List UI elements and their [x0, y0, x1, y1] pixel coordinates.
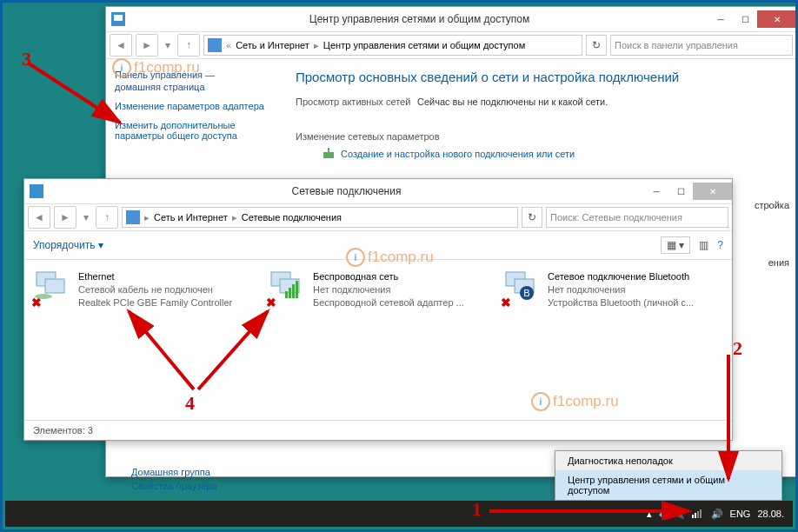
svg-rect-1 [114, 15, 123, 21]
connection-ethernet[interactable]: ✖ Ethernet Сетевой кабель не подключен R… [33, 270, 250, 309]
menu-item-troubleshoot[interactable]: Диагностика неполадок [555, 451, 781, 470]
section-header: Изменение сетевых параметров [296, 131, 781, 142]
app-icon [30, 184, 43, 198]
status-text: Сейчас вы не подключены ни к какой сети. [417, 96, 781, 107]
link-new-connection[interactable]: Создание и настройка нового подключения … [322, 147, 781, 161]
svg-rect-5 [30, 184, 43, 198]
svg-rect-15 [296, 281, 298, 298]
svg-text:B: B [523, 288, 529, 298]
clipped-text: ения [768, 257, 789, 268]
breadcrumb[interactable]: ▸ Сеть и Интернет▸ Сетевые подключения [122, 207, 518, 228]
svg-rect-22 [697, 511, 699, 518]
window-title: Сетевые подключения [49, 185, 644, 197]
menu-item-network-center[interactable]: Центр управления сетями и общим доступом [555, 470, 781, 500]
maximize-button[interactable]: ☐ [668, 183, 693, 200]
breadcrumb-item[interactable]: Сеть и Интернет [154, 212, 228, 223]
connection-name: Ethernet [78, 270, 232, 283]
forward-button[interactable]: ► [136, 34, 158, 57]
tray-network-icon[interactable] [692, 508, 704, 520]
up-button[interactable]: ↑ [177, 34, 200, 57]
error-x-icon: ✖ [31, 295, 42, 311]
titlebar: Центр управления сетями и общим доступом… [106, 7, 796, 32]
titlebar: Сетевые подключения ─ ☐ ✕ [24, 179, 732, 204]
system-tray: ▴ ◆ 🔌 🔊 ENG 28.08. [647, 508, 793, 520]
new-connection-icon [322, 147, 336, 161]
tray-volume-icon[interactable]: 🔊 [711, 509, 723, 520]
connection-status: Нет подключения [313, 283, 464, 296]
network-tray-flyout: Диагностика неполадок Центр управления с… [555, 450, 782, 501]
breadcrumb-item[interactable]: Центр управления сетями и общим доступом [323, 40, 525, 50]
status-bar: Элементов: 3 [24, 420, 732, 440]
connection-name: Сетевое подключение Bluetooth [548, 270, 694, 283]
window-network-connections: Сетевые подключения ─ ☐ ✕ ◄ ► ▾ ↑ ▸ Сеть… [23, 178, 733, 441]
connection-status: Сетевой кабель не подключен [78, 283, 232, 296]
refresh-button[interactable]: ↻ [586, 35, 607, 56]
breadcrumb-item[interactable]: Сеть и Интернет [236, 40, 309, 50]
history-dropdown[interactable]: ▾ [162, 35, 174, 56]
svg-rect-2 [208, 38, 222, 52]
back-button[interactable]: ◄ [28, 206, 50, 229]
tray-language[interactable]: ENG [730, 509, 751, 519]
taskbar: ▴ ◆ 🔌 🔊 ENG 28.08. [5, 501, 793, 527]
view-dropdown[interactable]: ▦ ▾ [661, 236, 690, 254]
link-browser-props[interactable]: Свойства браузера [131, 481, 217, 491]
svg-rect-21 [695, 513, 696, 518]
breadcrumb-item[interactable]: Сетевые подключения [242, 212, 342, 223]
connection-wifi[interactable]: ✖ Беспроводная сеть Нет подключения Бесп… [268, 270, 485, 309]
svg-rect-8 [45, 279, 64, 293]
history-dropdown[interactable]: ▾ [80, 207, 92, 228]
svg-rect-20 [692, 515, 694, 518]
tray-app-icon[interactable]: ◆ [659, 509, 666, 520]
back-button[interactable]: ◄ [110, 34, 132, 57]
window-title: Центр управления сетями и общим доступом [130, 13, 708, 25]
svg-rect-14 [292, 284, 295, 298]
maximize-button[interactable]: ☐ [733, 10, 757, 28]
svg-rect-23 [700, 509, 702, 518]
refresh-button[interactable]: ↻ [522, 207, 542, 228]
error-x-icon: ✖ [501, 295, 511, 311]
organize-menu[interactable]: Упорядочить ▾ [33, 239, 103, 251]
page-title: Просмотр основных сведений о сети и наст… [296, 70, 781, 84]
sidebar-header: Панель управления — [115, 70, 271, 80]
svg-rect-4 [328, 148, 329, 152]
address-bar: ◄ ► ▾ ↑ ▸ Сеть и Интернет▸ Сетевые подкл… [24, 204, 732, 231]
tray-power-icon[interactable]: 🔌 [673, 509, 685, 520]
sidebar-header: домашняя страница [115, 82, 271, 92]
link-homegroup[interactable]: Домашняя группа [131, 467, 217, 477]
clipped-text: стройка [755, 200, 789, 210]
connection-device: Устройства Bluetooth (личной с... [548, 296, 694, 309]
svg-rect-3 [323, 152, 334, 158]
preview-pane-button[interactable]: ▥ [699, 239, 708, 251]
control-panel-icon [208, 38, 222, 52]
connection-device: Realtek PCIe GBE Family Controller [78, 296, 232, 309]
breadcrumb[interactable]: « Сеть и Интернет▸ Центр управления сетя… [203, 35, 582, 56]
chevron-down-icon: ▾ [98, 239, 103, 251]
toolbar: Упорядочить ▾ ▦ ▾ ▥ ? [24, 231, 732, 260]
address-bar: ◄ ► ▾ ↑ « Сеть и Интернет▸ Центр управле… [106, 32, 796, 59]
up-button[interactable]: ↑ [96, 206, 118, 229]
connection-name: Беспроводная сеть [313, 270, 464, 283]
annotation-number-3: 3 [22, 48, 31, 70]
connection-status: Нет подключения [548, 283, 694, 296]
tray-date[interactable]: 28.08. [757, 509, 784, 519]
tray-expand-icon[interactable]: ▴ [647, 509, 652, 520]
link-sharing-settings[interactable]: Изменить дополнительные параметры общего… [115, 120, 271, 141]
minimize-button[interactable]: ─ [708, 10, 733, 28]
svg-rect-12 [285, 291, 288, 298]
close-button[interactable]: ✕ [757, 10, 796, 28]
minimize-button[interactable]: ─ [644, 183, 668, 200]
link-adapter-settings[interactable]: Изменение параметров адаптера [115, 101, 271, 111]
help-button[interactable]: ? [717, 239, 723, 251]
item-count: Элементов: 3 [33, 425, 93, 436]
svg-rect-6 [126, 210, 140, 224]
close-button[interactable]: ✕ [693, 183, 732, 200]
footer-links: Домашняя группа Свойства браузера [131, 463, 217, 495]
connection-bluetooth[interactable]: B ✖ Сетевое подключение Bluetooth Нет по… [502, 270, 720, 309]
connections-list: ✖ Ethernet Сетевой кабель не подключен R… [24, 260, 732, 320]
search-input[interactable]: Поиск: Сетевые подключения [546, 207, 728, 228]
error-x-icon: ✖ [266, 295, 276, 311]
connection-device: Беспроводной сетевой адаптер ... [313, 296, 464, 309]
app-icon [111, 12, 125, 26]
forward-button[interactable]: ► [54, 206, 76, 229]
search-input[interactable]: Поиск в панели управления [610, 35, 793, 56]
